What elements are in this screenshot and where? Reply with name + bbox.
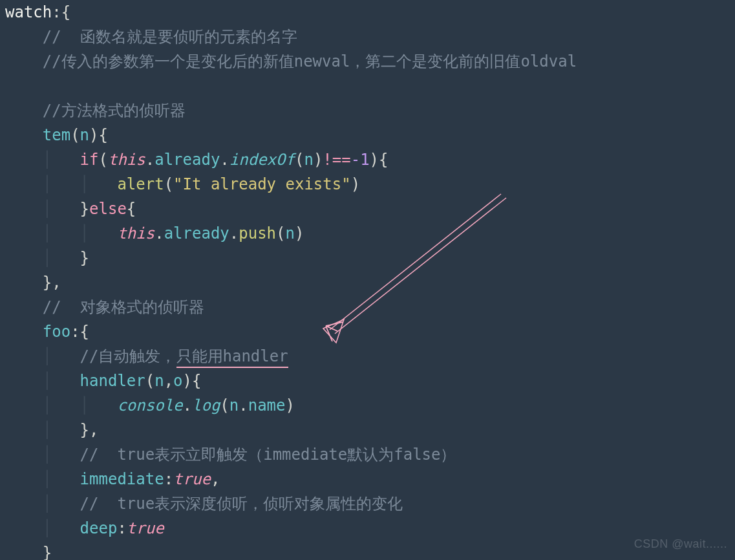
token-watch: watch xyxy=(5,3,52,21)
literal-true: true xyxy=(127,519,164,537)
comment-line: //自动触发， xyxy=(80,347,176,365)
watermark: CSDN @wait...... xyxy=(634,532,727,556)
keyword-this: this xyxy=(108,151,145,169)
prop-foo: foo xyxy=(43,323,70,341)
call-push: push xyxy=(239,224,276,242)
ident-console: console xyxy=(117,396,182,415)
keyword-else: else xyxy=(89,200,127,218)
prop-deep: deep xyxy=(80,519,118,537)
keyword-this: this xyxy=(117,224,154,242)
call-log: log xyxy=(192,396,220,415)
comment-line: // true表示深度侦听，侦听对象属性的变化 xyxy=(80,495,403,513)
call-alert: alert xyxy=(117,175,164,193)
keyword-if: if xyxy=(80,151,99,169)
literal-true: true xyxy=(173,470,211,488)
code-block: watch:{ // 函数名就是要侦听的元素的名字 //传入的参数第一个是变化后… xyxy=(0,0,735,560)
method-name-tem: tem xyxy=(43,126,70,144)
comment-underlined: 只能用handler xyxy=(176,347,288,368)
comment-line: // 函数名就是要侦听的元素的名字 xyxy=(43,28,297,46)
comment-line: //方法格式的侦听器 xyxy=(43,102,186,120)
comment-line: //传入的参数第一个是变化后的新值newval，第二个是变化前的旧值oldval xyxy=(43,52,577,70)
comment-line: // 对象格式的侦听器 xyxy=(43,298,204,316)
method-indexof: indexOf xyxy=(229,151,295,169)
method-handler: handler xyxy=(80,372,145,390)
prop-immediate: immediate xyxy=(80,470,164,488)
string-literal: "It already exists" xyxy=(173,175,351,193)
comment-line: // true表示立即触发（immediate默认为false） xyxy=(80,446,456,464)
